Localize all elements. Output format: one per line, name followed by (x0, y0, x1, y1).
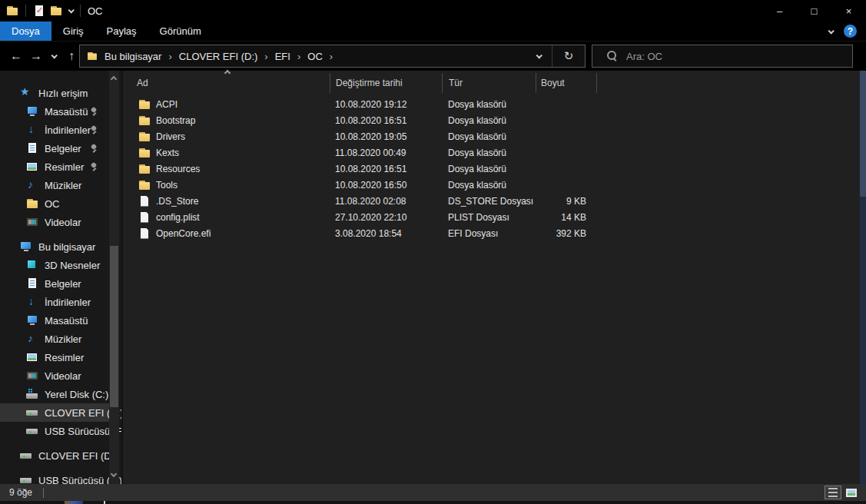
file-row-drivers[interactable]: Drivers10.08.2020 19:05Dosya klasörü (123, 128, 722, 144)
sidebar-item-hızlı-erişim[interactable]: Hızlı erişim (0, 84, 109, 102)
file-row-kexts[interactable]: Kexts11.08.2020 00:49Dosya klasörü (123, 144, 722, 161)
details-view-button[interactable] (825, 486, 841, 499)
file-rows: ACPI10.08.2020 19:12Dosya klasörüBootstr… (123, 96, 722, 241)
breadcrumb-item-oc[interactable]: OC (306, 51, 324, 62)
quick-access-toolbar (0, 5, 83, 17)
sidebar-item-label: Belgeler (45, 278, 81, 290)
column-header-boyut[interactable]: Boyut (536, 73, 591, 93)
sidebar-item-clover-efi-d[interactable]: CLOVER EFI (D:) (0, 446, 109, 465)
sidebar-item-oc[interactable]: OC (0, 194, 109, 213)
file-row-opencore-efi[interactable]: OpenCore.efi3.08.2020 18:54EFI Dosyası39… (123, 225, 722, 241)
sidebar-item-i-ndirilenler[interactable]: İndirilenler (0, 121, 109, 139)
breadcrumb-item-efi[interactable]: EFI (274, 51, 292, 62)
sidebar-item-label: Müzikler (45, 180, 81, 191)
pin-icon (89, 162, 100, 173)
scroll-down-arrow-icon[interactable] (111, 471, 117, 477)
ribbon-tabs: DosyaGirişPaylaşGörünüm (0, 22, 213, 41)
sidebar-item-videolar[interactable]: Videolar (0, 366, 109, 385)
file-size: 392 KB (536, 228, 586, 239)
tab-paylaş[interactable]: Paylaş (95, 22, 148, 41)
sidebar-item-yerel-disk-c[interactable]: Yerel Disk (C:) (0, 385, 109, 403)
file-row-config-plist[interactable]: config.plist27.10.2020 22:10PLIST Dosyas… (123, 209, 722, 225)
collapse-ribbon-chevron-icon[interactable] (828, 28, 834, 34)
sidebar-scrollbar-thumb[interactable] (110, 246, 118, 407)
desktop-icon (26, 314, 38, 327)
sidebar-item-belgeler[interactable]: Belgeler (0, 139, 109, 158)
sidebar-item-müzikler[interactable]: Müzikler (0, 176, 109, 194)
file-icon (138, 211, 151, 224)
properties-icon[interactable] (33, 5, 45, 17)
file-row-acpi[interactable]: ACPI10.08.2020 19:12Dosya klasörü (123, 96, 722, 112)
address-dropdown-chevron-icon[interactable] (536, 52, 542, 58)
file-type: DS_STORE Dosyası (442, 196, 536, 207)
address-bar[interactable]: Bu bilgisayarCLOVER EFI (D:)EFIOC ↻ (79, 45, 586, 68)
sidebar-item-label: 3D Nesneler (45, 260, 100, 271)
breadcrumb-chevron-icon[interactable] (292, 51, 306, 62)
sidebar-item-videolar[interactable]: Videolar (0, 213, 109, 231)
pin-icon (89, 144, 100, 154)
sidebar-scrollbar[interactable] (109, 71, 119, 484)
file-row-bootstrap[interactable]: Bootstrap10.08.2020 16:51Dosya klasörü (123, 112, 722, 128)
breadcrumb-chevron-icon[interactable] (324, 51, 338, 62)
breadcrumb-item-bu-bilgisayar[interactable]: Bu bilgisayar (103, 51, 163, 62)
forward-button[interactable]: → (26, 45, 46, 68)
file-size: 9 KB (536, 196, 586, 207)
help-icon[interactable]: ? (844, 25, 857, 38)
file-type: Dosya klasörü (442, 131, 536, 142)
file-icon (138, 227, 151, 240)
customize-chevron-icon[interactable] (68, 7, 74, 13)
sidebar-item-resimler[interactable]: Resimler (0, 348, 109, 366)
window-controls: – □ × (762, 0, 866, 22)
tab-giriş[interactable]: Giriş (51, 22, 95, 41)
sidebar-item-usb-sürücüsü-f[interactable]: USB Sürücüsü (F (0, 422, 109, 440)
sidebar-item-label: Resimler (45, 352, 84, 363)
breadcrumb-chevron-icon[interactable] (163, 51, 177, 62)
maximize-button[interactable]: □ (797, 0, 831, 22)
scroll-up-arrow-icon[interactable] (111, 76, 117, 82)
column-header-değiştirme-tarihi[interactable]: Değiştirme tarihi (330, 73, 442, 93)
tab-dosya[interactable]: Dosya (0, 22, 51, 41)
sidebar-item-masaüstü[interactable]: Masaüstü (0, 311, 109, 330)
file-name: Tools (156, 180, 178, 191)
sidebar-item-bu-bilgisayar[interactable]: Bu bilgisayar (0, 237, 109, 256)
thumbnails-view-button[interactable] (843, 486, 860, 499)
tab-görünüm[interactable]: Görünüm (148, 22, 213, 41)
file-row-ds-store[interactable]: .DS_Store11.08.2020 02:08DS_STORE Dosyas… (123, 193, 722, 209)
sidebar-item-usb-sürücüsü-f[interactable]: USB Sürücüsü (F:) (0, 471, 109, 484)
sidebar-item-label: Masaüstü (45, 106, 88, 118)
sidebar-item-3d-nesneler[interactable]: 3D Nesneler (0, 256, 109, 274)
recent-locations-chevron-icon[interactable] (46, 45, 61, 68)
music-icon (26, 333, 38, 345)
sidebar-item-label: Videolar (45, 370, 81, 382)
sidebar-item-belgeler[interactable]: Belgeler (0, 274, 109, 293)
file-row-resources[interactable]: Resources10.08.2020 16:51Dosya klasörü (123, 161, 722, 177)
file-row-tools[interactable]: Tools10.08.2020 16:50Dosya klasörü (123, 177, 722, 193)
back-button[interactable]: ← (6, 45, 26, 68)
refresh-button[interactable]: ↻ (552, 45, 585, 67)
videos-icon (26, 370, 38, 382)
breadcrumb-item-clover-efi-d[interactable]: CLOVER EFI (D:) (178, 51, 260, 62)
breadcrumb-chevron-icon[interactable] (259, 51, 273, 62)
file-modified: 27.10.2020 22:10 (330, 212, 442, 223)
cube-icon (26, 259, 38, 271)
close-button[interactable]: × (831, 0, 866, 22)
search-box[interactable] (592, 45, 853, 68)
column-header-ad[interactable]: Ad (123, 73, 330, 93)
sidebar-item-müzikler[interactable]: Müzikler (0, 330, 109, 348)
downloads-icon (26, 296, 38, 308)
column-header-tür[interactable]: Tür (442, 73, 536, 93)
sidebar-item-resimler[interactable]: Resimler (0, 158, 109, 176)
file-modified: 10.08.2020 16:51 (330, 115, 442, 126)
sidebar-item-masaüstü[interactable]: Masaüstü (0, 102, 109, 121)
search-input[interactable] (626, 51, 826, 62)
title-bar: OC – □ × (0, 0, 866, 22)
new-folder-icon[interactable] (50, 5, 62, 17)
documents-icon (26, 142, 38, 154)
folder-icon (138, 131, 151, 143)
sidebar-item-clover-efi-d[interactable]: CLOVER EFI (D:) (0, 403, 109, 422)
sidebar-item-label: Videolar (45, 217, 81, 228)
file-name: OpenCore.efi (156, 228, 211, 239)
item-count-label: 9 öğe (0, 487, 32, 498)
minimize-button[interactable]: – (762, 0, 797, 22)
sidebar-item-i-ndirilenler[interactable]: İndirilenler (0, 293, 109, 311)
